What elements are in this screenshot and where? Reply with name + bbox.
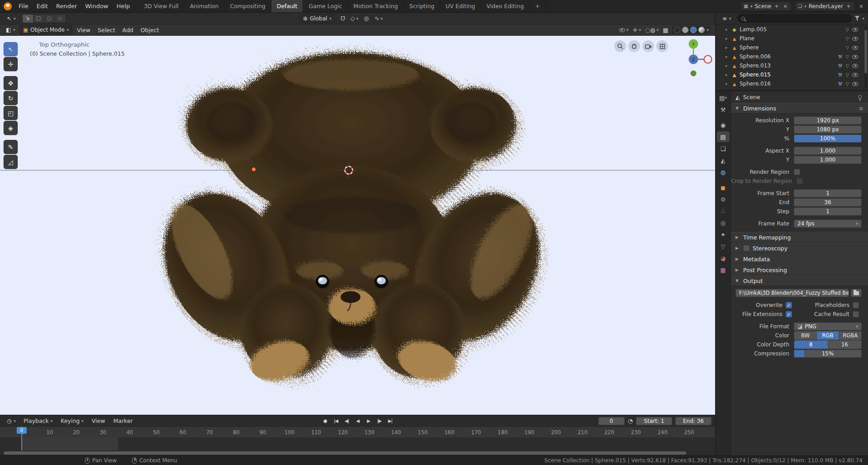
disclosure-icon[interactable]: ▸ (726, 45, 729, 50)
object-name[interactable]: Sphere.013 (740, 62, 771, 69)
disclosure-icon[interactable]: ▸ (726, 63, 729, 68)
rendered-shading-button[interactable] (698, 27, 705, 33)
metadata-panel-header[interactable]: ▶Metadata (731, 254, 868, 264)
frame-end-prop-field[interactable]: 36 (794, 198, 862, 206)
hide-in-viewport-eye-icon[interactable] (852, 46, 858, 50)
select-lasso-button[interactable] (55, 14, 66, 23)
workspace-tab[interactable]: UV Editing (440, 0, 481, 12)
viewport-canvas[interactable] (0, 36, 715, 415)
new-renderlayer-button[interactable]: + (845, 3, 852, 10)
frame-rate-dropdown[interactable]: 24 fps▾ (794, 220, 862, 228)
properties-tab[interactable] (717, 143, 730, 154)
properties-tab[interactable] (717, 253, 730, 264)
outliner-search-input[interactable] (737, 14, 852, 23)
scrollbar-thumb[interactable] (864, 30, 867, 73)
perspective-toggle-button[interactable] (656, 40, 668, 52)
viewport-menu-item[interactable]: Add (119, 27, 137, 34)
pan-button[interactable] (628, 40, 640, 52)
outliner-row[interactable]: ▸ Lamp.005 ⚒ ▽ (716, 25, 868, 34)
timeline-view-menu[interactable]: View (88, 417, 109, 424)
jump-start-button[interactable]: |◀ (331, 417, 341, 425)
properties-tab[interactable] (717, 206, 730, 216)
workspace-tab[interactable]: + (530, 0, 545, 12)
depth-16-button[interactable]: 16 (828, 340, 862, 349)
stereoscopy-panel-header[interactable]: ▶Stereoscopy (731, 243, 868, 254)
active-tool-dropdown[interactable]: ↖ ▾ (4, 14, 19, 23)
properties-editor-dropdown[interactable]: ▤▾ (717, 92, 730, 103)
hide-in-viewport-eye-icon[interactable] (852, 28, 858, 32)
properties-tab[interactable] (717, 194, 730, 205)
render-region-checkbox[interactable] (794, 169, 800, 175)
outliner-row[interactable]: ▸ BezierCircle ⚒ ▽ (716, 88, 868, 90)
output-panel-header[interactable]: ▼Output (731, 275, 868, 286)
outliner-row[interactable]: ▸ Sphere.016 ⚒ ▽ (716, 79, 868, 88)
properties-tab[interactable] (717, 155, 730, 166)
properties-tab[interactable] (717, 241, 730, 252)
unlink-scene-button[interactable]: × (782, 3, 788, 10)
play-reverse-button[interactable]: ◀ (352, 417, 363, 425)
menu-item[interactable]: Edit (33, 0, 52, 12)
cache-result-checkbox[interactable] (853, 311, 859, 317)
color-rgba-button[interactable]: RGBA (839, 331, 861, 340)
file-format-dropdown[interactable]: ◪PNG▾ (794, 322, 862, 331)
properties-tab[interactable] (717, 131, 730, 142)
prev-keyframe-button[interactable]: ◀| (342, 417, 352, 425)
workspace-tab[interactable]: Video Editing (481, 0, 530, 12)
outliner-row[interactable]: ▸ Sphere ⚒ ▽ (716, 43, 868, 52)
wireframe-shading-button[interactable] (674, 27, 680, 33)
xray-toggle[interactable]: ▩ (663, 27, 668, 34)
jump-end-button[interactable]: ▶| (385, 417, 395, 425)
hide-in-viewport-eye-icon[interactable] (852, 73, 858, 77)
hide-in-viewport-eye-icon[interactable] (852, 64, 858, 68)
next-keyframe-button[interactable]: |▶ (374, 417, 384, 425)
properties-tab[interactable] (717, 264, 730, 275)
scrollbar-thumb[interactable] (4, 451, 686, 455)
timeline-editor-dropdown[interactable]: ◷ ▾ (4, 417, 19, 426)
viewport-3d[interactable]: Top Orthographic (0) Scene Collection | … (0, 36, 715, 415)
menu-item[interactable]: Help (113, 0, 134, 12)
keying-menu[interactable]: Keying ▾ (57, 417, 87, 424)
proportional-falloff-dropdown[interactable]: ∿▾ (375, 15, 383, 22)
overlays-dropdown[interactable]: ◌◍▾ (645, 27, 659, 34)
viewport-menu-item[interactable]: Select (94, 27, 119, 34)
properties-tab[interactable] (717, 167, 730, 177)
frame-step-field[interactable]: 1 (794, 207, 862, 216)
auto-keying-toggle[interactable]: ◔ (628, 417, 633, 424)
object-name[interactable]: BezierCircle (740, 90, 772, 90)
workspace-tab[interactable]: Compositing (224, 0, 271, 12)
disclosure-icon[interactable]: ▸ (726, 36, 729, 41)
playback-menu[interactable]: Playback ▾ (20, 417, 56, 424)
measure-tool-button[interactable]: ◿ (4, 155, 18, 169)
crop-region-checkbox[interactable] (797, 178, 803, 184)
post-processing-panel-header[interactable]: ▶Post Processing (731, 264, 868, 275)
object-name[interactable]: Plane (740, 35, 754, 42)
transform-orientation-dropdown[interactable]: ⊕ Global ▾ (299, 14, 335, 23)
viewport-menu-item[interactable]: View (73, 27, 94, 34)
zoom-button[interactable] (614, 40, 626, 52)
browse-folder-button[interactable] (851, 289, 862, 297)
outliner-row[interactable]: ▸ Sphere.006 ⚒ ▽ (716, 52, 868, 61)
object-name[interactable]: Sphere (740, 44, 759, 51)
frame-start-field[interactable]: Start: 1 (636, 417, 672, 425)
hide-in-viewport-eye-icon[interactable] (852, 37, 858, 41)
record-button[interactable]: ● (320, 417, 330, 425)
axis-gizmo[interactable]: Y Z (675, 37, 712, 83)
color-rgb-button[interactable]: RGB (817, 331, 840, 340)
dimensions-panel-header[interactable]: ▼ Dimensions ≡ (731, 103, 868, 114)
output-path-field[interactable]: F:\UmkA\3D Blender\004_Fuzzy Stuffed Bea… (735, 289, 849, 297)
select-tweak-button[interactable] (23, 14, 33, 23)
properties-tab[interactable] (717, 217, 730, 228)
object-name[interactable]: Lamp.005 (740, 26, 767, 33)
properties-tab[interactable] (717, 104, 730, 115)
snap-target-dropdown[interactable]: ◇▾ (351, 15, 359, 22)
menu-item[interactable]: File (14, 0, 33, 12)
outliner-editor-dropdown[interactable]: ≡ ▾ (719, 14, 735, 23)
proportional-edit-toggle[interactable]: ◎ (364, 15, 369, 22)
file-extensions-checkbox[interactable]: ✓ (786, 311, 792, 317)
lookdev-shading-button[interactable] (690, 27, 697, 33)
frame-end-field[interactable]: End: 36 (675, 417, 711, 425)
properties-tab[interactable] (717, 229, 730, 240)
disclosure-icon[interactable]: ▸ (726, 54, 729, 59)
outliner-row[interactable]: ▸ Plane ⚒ ▽ (716, 34, 868, 43)
stereoscopy-checkbox[interactable] (743, 245, 749, 251)
